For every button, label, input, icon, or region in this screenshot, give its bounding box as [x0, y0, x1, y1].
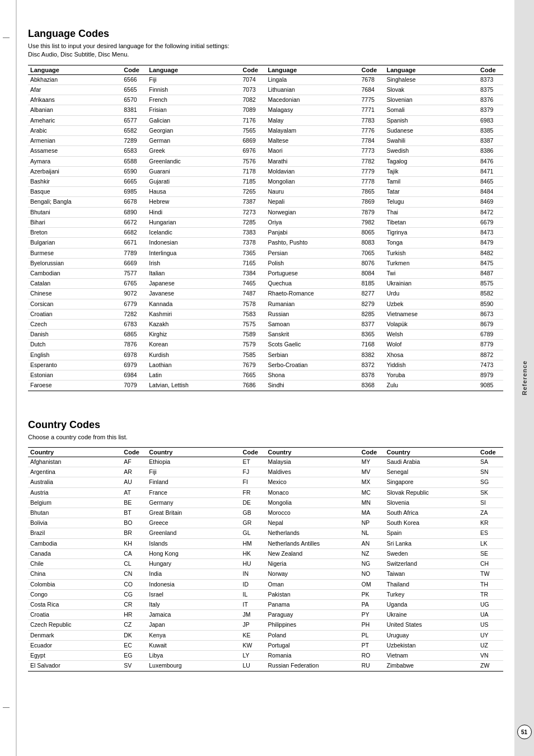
lang-name: Maltese: [266, 136, 359, 146]
country-code: GB: [241, 508, 266, 518]
country-code: JP: [241, 620, 266, 630]
country-code: JM: [241, 610, 266, 620]
country-code: OM: [359, 579, 385, 589]
country-table: Country Code Country Code Country Code C…: [28, 447, 503, 672]
country-header-2: Country: [147, 447, 240, 457]
lang-code: 6985: [121, 187, 147, 197]
lang-name: Assamese: [28, 146, 121, 156]
country-code: UY: [478, 630, 503, 640]
country-name: Costa Rica: [28, 600, 121, 610]
lang-name: Russian: [266, 309, 359, 319]
country-name: Croatia: [28, 610, 121, 620]
lang-code: 8590: [478, 299, 503, 309]
lang-name: Xhosa: [385, 350, 478, 360]
language-row: Assamese 6583 Greek 6976 Maori 7773 Swed…: [28, 146, 503, 156]
country-name: El Salvador: [28, 661, 121, 671]
lang-name: Basque: [28, 187, 121, 197]
lang-name: Serbo-Croatian: [266, 360, 359, 370]
lang-code: 8378: [359, 370, 385, 381]
lang-name: Kirghiz: [147, 330, 240, 340]
country-row: Brazil BR Greenland GL Netherlands NL Sp…: [28, 528, 503, 538]
lang-name: Croatian: [28, 309, 121, 319]
country-name: Japan: [147, 620, 240, 630]
country-code: ET: [241, 457, 266, 467]
lang-name: Corsican: [28, 299, 121, 309]
country-code-header-3: Code: [359, 447, 385, 457]
lang-code: 8185: [359, 279, 385, 289]
lang-name: Afrikaans: [28, 95, 121, 105]
language-row: Afrikaans 6570 French 7082 Macedonian 77…: [28, 95, 503, 105]
country-code: DK: [121, 630, 147, 640]
country-name: Germany: [147, 497, 240, 508]
country-row: El Salvador SV Luxembourg LU Russian Fed…: [28, 661, 503, 671]
lang-code: 8372: [359, 360, 385, 370]
country-name: Greece: [147, 518, 240, 528]
lang-name: Faroese: [28, 381, 121, 391]
lang-name: Frisian: [147, 105, 240, 115]
lang-name: Lithuanian: [266, 85, 359, 95]
language-row: Cambodian 7577 Italian 7384 Portuguese 8…: [28, 268, 503, 278]
country-name: Israel: [147, 589, 240, 599]
country-code: MV: [359, 467, 385, 477]
lang-code: 8673: [478, 309, 503, 319]
country-row: Chile CL Hungary HU Nigeria NG Switzerla…: [28, 559, 503, 569]
lang-code: 7065: [359, 248, 385, 258]
code-header-3: Code: [359, 65, 385, 74]
country-name: Oman: [266, 579, 359, 589]
lang-name: Uzbek: [385, 299, 478, 309]
country-row: Denmark DK Kenya KE Poland PL Uruguay UY: [28, 630, 503, 640]
country-name: Hong Kong: [147, 548, 240, 558]
country-row: Czech Republic CZ Japan JP Philippines P…: [28, 620, 503, 630]
lang-code: 7779: [359, 166, 385, 176]
country-name: Uzbekistan: [385, 640, 478, 650]
lang-name: Persian: [266, 248, 359, 258]
lang-name: Estonian: [28, 370, 121, 381]
lang-name: Marathi: [266, 156, 359, 166]
lang-code: 7879: [359, 207, 385, 217]
lang-code: 8382: [359, 350, 385, 360]
country-code: PA: [359, 600, 385, 610]
lang-name: Pashto, Pushto: [266, 238, 359, 248]
lang-code: 6779: [121, 299, 147, 309]
country-code: CR: [121, 600, 147, 610]
lang-code: 9085: [478, 381, 503, 391]
lang-name: Ameharic: [28, 115, 121, 125]
country-row: Bolivia BO Greece GR Nepal NP South Kore…: [28, 518, 503, 528]
lang-code: 6565: [121, 85, 147, 95]
country-code: NG: [359, 559, 385, 569]
lang-name: Turkmen: [385, 258, 478, 268]
country-code-header-1: Code: [121, 447, 147, 457]
lang-code: 8475: [478, 258, 503, 268]
language-row: Burmese 7789 Interlingua 7365 Persian 70…: [28, 248, 503, 258]
lang-name: Tagalog: [385, 156, 478, 166]
lang-code: 7378: [241, 238, 266, 248]
lang-name: Indonesian: [147, 238, 240, 248]
country-name: Colombia: [28, 579, 121, 589]
country-code: MA: [359, 508, 385, 518]
country-name: Morocco: [266, 508, 359, 518]
lang-name: German: [147, 136, 240, 146]
country-code: CZ: [121, 620, 147, 630]
lang-code: 7783: [359, 115, 385, 125]
lang-code: 7579: [241, 340, 266, 350]
lang-code: 6577: [121, 115, 147, 125]
lang-code: 8084: [359, 268, 385, 278]
lang-name: Polish: [266, 258, 359, 268]
country-name: Fiji: [147, 467, 240, 477]
lang-name: Armenian: [28, 136, 121, 146]
country-code: ID: [241, 579, 266, 589]
lang-name: Czech: [28, 320, 121, 330]
lang-name: Portuguese: [266, 268, 359, 278]
country-code: NP: [359, 518, 385, 528]
language-row: Bihari 6672 Hungarian 7285 Oriya 7982 Ti…: [28, 217, 503, 227]
lang-code: 8365: [359, 330, 385, 340]
right-sidebar: Reference 51: [514, 0, 534, 756]
country-name: Sri Lanka: [385, 538, 478, 548]
country-code: HK: [241, 548, 266, 558]
lang-name: Slovak: [385, 85, 478, 95]
lang-name: Oriya: [266, 217, 359, 227]
country-row: Ecuador EC Kuwait KW Portugal PT Uzbekis…: [28, 640, 503, 650]
country-name: Sweden: [385, 548, 478, 558]
lang-name: Cambodian: [28, 268, 121, 278]
lang-name: Sanskrit: [266, 330, 359, 340]
